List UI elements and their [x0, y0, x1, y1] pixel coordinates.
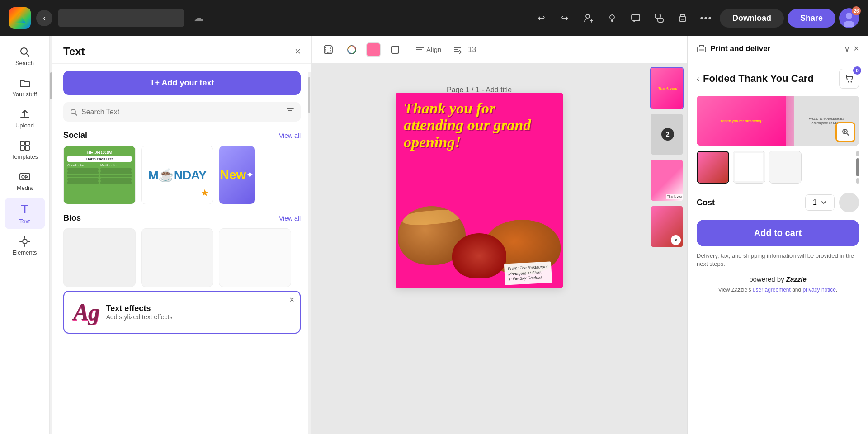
- bios-card-1[interactable]: [63, 228, 136, 287]
- sidebar-item-templates[interactable]: Templates: [5, 135, 45, 165]
- topbar: ‹ ☁ ↩ ↪ ••• Download Share 26: [0, 0, 868, 36]
- print-thumb-food[interactable]: [697, 151, 729, 184]
- quantity-select[interactable]: 1: [805, 194, 835, 211]
- comment-button[interactable]: [626, 8, 646, 28]
- sidebar-item-your-stuff[interactable]: Your stuff: [5, 73, 45, 102]
- sidebar-item-elements[interactable]: Elements: [5, 231, 45, 260]
- page-number-badge: 2: [661, 128, 674, 141]
- social-view-all[interactable]: View all: [279, 132, 301, 139]
- outline-tool-button[interactable]: [386, 41, 404, 59]
- design-canvas-inner: Thank you for attending our grand openin…: [396, 93, 563, 288]
- download-button[interactable]: Download: [720, 9, 784, 28]
- thumbnail-close-button[interactable]: ×: [671, 235, 681, 245]
- svg-point-10: [21, 48, 27, 54]
- upload-icon: [19, 108, 31, 120]
- print-panel-body: ‹ Folded Thank You Card 0 Thank you for …: [688, 61, 868, 434]
- social-cards-grid: BEDROOM Dorm Pack List Coordinator Multi…: [63, 146, 301, 204]
- sidebar-item-upload[interactable]: Upload: [5, 104, 45, 133]
- thumbnail-4[interactable]: ×: [650, 205, 684, 248]
- print-panel-title: Print and deliver: [710, 44, 770, 53]
- sidebar-item-search[interactable]: Search: [5, 42, 45, 71]
- print-thumb-white[interactable]: [733, 151, 765, 184]
- text-effects-desc: Add stylized text effects: [106, 313, 291, 321]
- bios-cards-grid: [63, 228, 301, 287]
- canvas-content: Page 1 / 1 - Add title Thank you for att…: [312, 63, 687, 434]
- align-button[interactable]: Align: [415, 45, 441, 54]
- thumbnail-1[interactable]: Thank you!: [650, 67, 684, 109]
- print-cart-button[interactable]: 0: [839, 69, 859, 89]
- search-filter-button[interactable]: [286, 107, 294, 117]
- text-effects-close-button[interactable]: ×: [289, 295, 294, 305]
- svg-rect-24: [699, 49, 704, 51]
- print-thumb-light[interactable]: [769, 151, 802, 184]
- avatar-badge: 26: [852, 6, 861, 15]
- sidebar-item-templates-label: Templates: [11, 153, 38, 160]
- add-person-button[interactable]: [579, 8, 599, 28]
- text-panel-title: Text: [63, 45, 85, 58]
- design-canvas[interactable]: Thank you for attending our grand openin…: [396, 93, 563, 288]
- more-button[interactable]: •••: [696, 8, 716, 28]
- page-title[interactable]: Page 1 / 1 - Add title: [447, 86, 512, 94]
- color-fill-swatch[interactable]: [366, 42, 381, 57]
- bios-view-all[interactable]: View all: [279, 215, 301, 222]
- print-variant-thumbs: [697, 151, 859, 184]
- thumbnail-3[interactable]: Thank you: [650, 159, 684, 202]
- svg-rect-20: [326, 47, 331, 52]
- user-agreement-link[interactable]: user agreement: [753, 287, 791, 293]
- canvas-design: Thank you for attending our grand openin…: [396, 93, 563, 288]
- sidebar-item-media-label: Media: [17, 184, 33, 191]
- social-card-monday[interactable]: M☕NDAY: [141, 146, 213, 204]
- print-panel-header: Print and deliver ∨ ×: [688, 36, 868, 61]
- text-panel-close-button[interactable]: ×: [295, 46, 301, 57]
- add-to-cart-button[interactable]: Add to cart: [697, 220, 859, 246]
- privacy-notice-link[interactable]: privacy notice: [803, 287, 836, 293]
- magic-tool-button[interactable]: [319, 41, 337, 59]
- print-panel-close-button[interactable]: ×: [854, 43, 859, 54]
- add-text-button[interactable]: T+ Add your text: [63, 71, 301, 95]
- text-icon: T: [21, 202, 28, 216]
- zazzle-brand: Zazzle: [786, 275, 807, 283]
- toolbar-divider-2: [447, 43, 447, 56]
- search-text-input[interactable]: [81, 108, 283, 116]
- print-button[interactable]: [673, 8, 693, 28]
- social-section-title: Social: [63, 131, 87, 140]
- cloud-save-icon: ☁: [193, 12, 203, 24]
- title-bar: [58, 9, 184, 27]
- sidebar-item-text[interactable]: T Text: [5, 198, 45, 229]
- svg-rect-3: [655, 14, 660, 18]
- translate-button[interactable]: [453, 45, 462, 55]
- color-wheel-button[interactable]: [343, 41, 361, 59]
- print-back-button[interactable]: ‹: [697, 74, 699, 84]
- share-button[interactable]: Share: [788, 9, 835, 28]
- bios-card-2[interactable]: [141, 228, 213, 287]
- lightbulb-button[interactable]: [602, 8, 622, 28]
- svg-rect-22: [392, 46, 399, 53]
- text-effects-banner[interactable]: × Ag Text effects Add stylized text effe…: [63, 291, 301, 334]
- back-button[interactable]: ‹: [36, 10, 52, 26]
- print-deliver-icon: [697, 44, 707, 54]
- social-card-new[interactable]: New ✦: [219, 146, 255, 204]
- undo-button[interactable]: ↩: [532, 8, 552, 28]
- canvas-toolbar: Align 13: [312, 36, 687, 63]
- chat-button[interactable]: [649, 8, 669, 28]
- svg-rect-6: [681, 19, 684, 20]
- preview-zoom-button[interactable]: [835, 122, 855, 142]
- delivery-note: Delivery, tax, and shipping information …: [697, 252, 859, 268]
- thumbnail-2[interactable]: 2: [650, 113, 684, 156]
- social-card-dorm[interactable]: BEDROOM Dorm Pack List Coordinator Multi…: [63, 146, 136, 204]
- canvas-number: 13: [468, 46, 476, 54]
- app-logo[interactable]: [9, 7, 31, 29]
- cost-label: Cost: [697, 198, 715, 208]
- panel-scrollbar: [308, 72, 311, 434]
- cost-spinner: [839, 193, 859, 212]
- redo-button[interactable]: ↪: [555, 8, 575, 28]
- print-panel-scrollbar: [856, 151, 859, 184]
- text-panel-header: Text ×: [50, 36, 311, 64]
- thumbnail-strip: Thank you! 2 Thank you: [646, 63, 687, 434]
- sidebar-item-media[interactable]: Media: [5, 166, 45, 196]
- bios-card-3[interactable]: [219, 228, 291, 287]
- print-panel-collapse-button[interactable]: ∨: [844, 43, 850, 54]
- sidebar-item-your-stuff-label: Your stuff: [12, 91, 37, 98]
- folder-icon: [19, 77, 31, 89]
- avatar[interactable]: 26: [839, 8, 859, 28]
